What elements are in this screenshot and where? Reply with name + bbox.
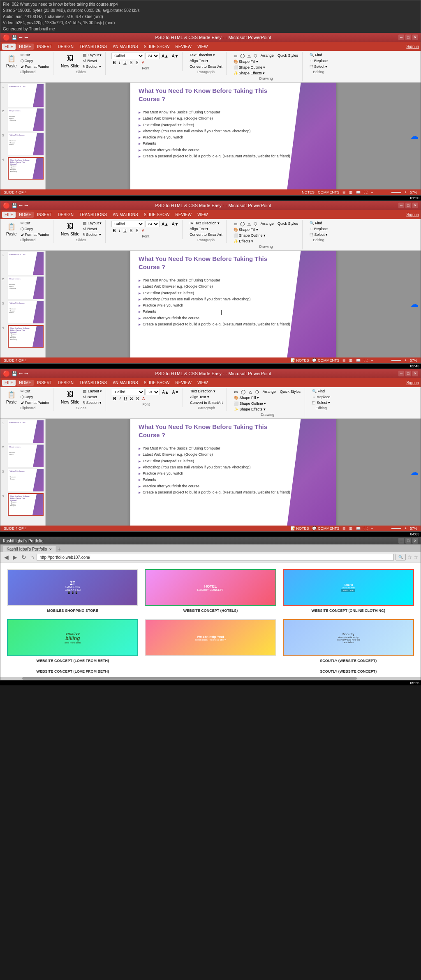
shape-outline-btn-2[interactable]: ⬜ Shape Outline ▾ [232,233,267,238]
menu-review-3[interactable]: REVIEW [173,380,194,386]
quick-access-undo-2[interactable]: ↩ [19,203,23,208]
zoom-in-3[interactable]: + [405,526,407,530]
slide-thumb-3[interactable]: 3 Taking This Course • Computer• Browser… [8,133,44,155]
cut-btn-3[interactable]: ✂ Cut [19,389,51,394]
portfolio-item-6[interactable]: Scoutly A way to efficientlyinterview an… [283,619,414,663]
slide-thumb-3-2[interactable]: 2 Requirements • Browser• Editor [8,445,44,467]
view-read-3[interactable]: 📖 [356,526,361,530]
underline-btn-2[interactable]: U [122,228,127,233]
menu-slideshow-2[interactable]: SLIDE SHOW [141,212,172,218]
sh3-4[interactable]: ⬡ [254,389,260,394]
portfolio-item-5[interactable]: We can help You! When does Tiredness off… [145,619,276,663]
paste-btn-2[interactable]: 📋 Paste [5,221,19,237]
cut-btn-1[interactable]: ✂ Cut [19,53,51,58]
browser-tab-portfolio[interactable]: Kashif Iqbal's Portfolio ✕ [3,546,56,552]
font-size-select-1[interactable]: 24 [145,53,160,59]
slide-thumb-4[interactable]: 4 What You Need To Know Before Taking Th… [8,157,44,180]
copy-btn-2[interactable]: ⬡ Copy [19,226,51,231]
sign-in-btn-2[interactable]: Sign in [406,212,419,217]
find-btn-1[interactable]: 🔍 Find [308,53,329,58]
shape-d2-2[interactable]: ◯ [239,221,246,226]
shape-1[interactable]: ▭ [232,53,238,58]
view-reading-btn-2[interactable]: 📖 [356,358,361,362]
comments-btn-2[interactable]: 💬 COMMENTS [312,358,339,362]
menu-transitions-3[interactable]: TRANSITIONS [77,380,109,386]
quick-access-redo[interactable]: ↪ [24,35,28,40]
view-slide-btn-2[interactable]: ▦ [349,358,353,362]
new-slide-btn-1[interactable]: 🖼 New Slide [59,53,81,69]
browser-maximize-btn[interactable]: □ [405,538,411,544]
scrollbar-thumb[interactable] [22,677,357,680]
font-family-select-2[interactable]: Calibri [111,221,144,227]
menu-animations-1[interactable]: ANIMATIONS [110,44,140,50]
browser-scrollbar[interactable] [0,677,421,680]
shadow-btn-2[interactable]: S [134,228,140,233]
zoom-bar-2[interactable] [377,360,401,361]
menu-review-1[interactable]: REVIEW [173,44,194,50]
copy-btn-3[interactable]: ⬡ Copy [19,394,51,399]
inc-font-3[interactable]: A▲ [161,390,170,395]
slide-content-3[interactable]: What You Need To Know Before Taking This… [130,419,336,526]
maximize-btn-2[interactable]: □ [405,203,411,208]
shape-d2-3[interactable]: △ [246,221,252,226]
strikethrough-btn-2[interactable]: S [128,228,134,233]
bold-btn-2[interactable]: B [111,228,117,233]
quick-access-undo[interactable]: ↩ [19,35,23,40]
refresh-btn[interactable]: ↻ [20,553,28,561]
slide-content-2[interactable]: What You Need To Know Before Taking This… [130,251,336,357]
maximize-btn-1[interactable]: □ [405,35,411,40]
slide-content-1[interactable]: What You Need To Know Before Taking This… [130,83,336,189]
find-btn-2[interactable]: 🔍 Find [308,221,329,226]
sh3-3[interactable]: △ [248,389,253,394]
close-btn-3[interactable]: ✕ [412,371,418,376]
align-text-btn-3[interactable]: Align Text ▾ [189,394,224,399]
font-size-select-2[interactable]: 24 [145,221,160,227]
slide-thumb-2-1[interactable]: 1 PSD to HTML & CSS [8,252,44,275]
strike-btn-3[interactable]: S [129,396,134,401]
zoom-in-btn-2[interactable]: + [405,358,407,362]
shape-outline-btn-3[interactable]: ⬜ Shape Outline ▾ [233,401,267,406]
slide-thumb-2-4[interactable]: 4 What You Need To Know Before Taking Th… [8,325,44,348]
italic-btn-3[interactable]: I [118,396,122,401]
font-family-select-1[interactable]: Calibri [111,53,144,59]
quick-styles-btn-3[interactable]: Quick Styles [278,389,302,394]
quick-access-save[interactable]: 💾 [12,35,17,40]
portfolio-item-2[interactable]: HOTEL LUXURY CONCEPT WEBSITE CONCEPT (HO… [145,569,276,613]
shape-outline-btn-1[interactable]: ⬜ Shape Outline ▾ [232,65,266,70]
minimize-btn-2[interactable]: ─ [398,203,404,208]
notes-btn-1[interactable]: NOTES [302,190,315,194]
reset-btn-1[interactable]: ↺ Reset [82,58,103,63]
menu-view-1[interactable]: VIEW [195,44,210,50]
shape-2[interactable]: ◯ [239,53,246,58]
copy-btn-1[interactable]: ⬡ Copy [19,58,51,63]
notes-btn-2[interactable]: 📝 NOTES [291,358,309,362]
new-slide-btn-3[interactable]: 🖼 New Slide [59,389,81,405]
select-btn-2[interactable]: ⬚ Select ▾ [308,232,329,237]
menu-view-2[interactable]: VIEW [195,212,210,218]
slide-thumb-2[interactable]: 2 Requirements • Browser• Editor• Photos… [8,108,44,131]
find-btn-3[interactable]: 🔍 Find [311,389,332,394]
menu-transitions-1[interactable]: TRANSITIONS [77,44,109,50]
minimize-btn-1[interactable]: ─ [398,35,404,40]
paste-btn-3[interactable]: 📋 Paste [5,389,19,405]
smart-art-btn-3[interactable]: Convert to SmartArt [189,400,224,405]
browser-minimize-btn[interactable]: ─ [398,538,404,544]
view-normal-3[interactable]: ⊞ [342,526,346,530]
increase-font-btn-2[interactable]: A▲ [160,221,170,227]
view-normal-btn-2[interactable]: ⊞ [342,358,346,362]
zoom-out-btn-1[interactable]: − [371,190,373,194]
text-dir-btn-3[interactable]: Text Direction ▾ [189,389,224,394]
arrange-btn-2[interactable]: Arrange [259,221,275,226]
sh3-2[interactable]: ◯ [240,389,247,394]
sh3-1[interactable]: ▭ [233,389,239,394]
shadow-btn-3[interactable]: S [135,396,140,401]
replace-btn-3[interactable]: ↔ Replace [311,394,332,399]
zoom-out-btn-2[interactable]: − [371,358,373,362]
sign-in-btn-1[interactable]: Sign in [406,44,419,49]
menu-view-3[interactable]: VIEW [195,380,210,386]
menu-home-3[interactable]: HOME [16,380,34,386]
shape-fill-btn-3[interactable]: 🎨 Shape Fill ▾ [233,395,260,400]
replace-btn-1[interactable]: ↔ Replace [308,58,329,63]
bold-btn-1[interactable]: B [111,60,117,65]
address-bar[interactable]: http://portfolio.web107.com/ [37,554,394,561]
